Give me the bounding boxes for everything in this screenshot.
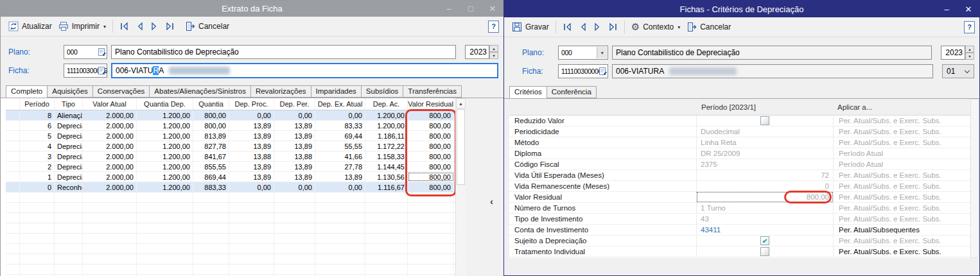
gravar-button[interactable]: Gravar [509,20,552,34]
form-row[interactable]: Tratamento Individual Per. Atual/Subs. e… [509,246,970,257]
titlebar-extrato[interactable]: Extrato da Ficha – □ ✕ [1,1,503,17]
period-value-cell[interactable]: 2375 [697,159,833,169]
tab[interactable]: Revalorizações [250,85,311,98]
table-row[interactable] [6,244,455,254]
period-value-cell[interactable]: 72 [697,170,833,180]
header-periodo[interactable]: Período [2023/1] [697,103,833,111]
nav-last-button[interactable] [605,21,621,33]
row-selector[interactable] [6,223,20,233]
tab[interactable]: Critérios [509,86,547,99]
minimize-icon[interactable]: – [438,1,460,17]
col-valor-atual[interactable]: Valor Atual [83,98,137,110]
tab[interactable]: Subsídios [361,85,404,98]
chevron-down-icon[interactable]: ▾ [678,24,680,30]
row-selector[interactable] [6,121,20,130]
row-selector[interactable] [6,131,20,141]
table-row[interactable] [6,234,455,244]
form-row[interactable]: Número de Turnos 1 Turno Per. Atual/Subs… [509,203,970,214]
form-row[interactable]: Sujeito a Depreciação Per. Atual/Subs. e… [509,236,970,246]
imprimir-button[interactable]: Imprimir ▾ [55,19,109,33]
period-value-cell[interactable] [697,116,833,126]
col-dep-proc[interactable]: Dep. Proc. [229,98,274,110]
col-tipo[interactable]: Tipo [55,98,83,110]
collapse-panel-arrow[interactable]: ‹ [490,196,493,207]
table-row[interactable]: 8 Alienaçã 2.000,00 1.200,00 800,00 0,00… [6,110,455,121]
tab[interactable]: Imparidades [311,85,362,98]
row-selector[interactable] [6,193,20,202]
scroll-up-icon[interactable]: ▲ [456,98,466,108]
tab[interactable]: Abates/Alienações/Sinistros [149,85,251,98]
table-row[interactable] [6,254,455,264]
table-row[interactable]: 6 Deprecia 2.000,00 1.200,00 800,00 13,8… [6,121,455,131]
row-selector[interactable] [6,203,20,212]
ficha-description-input[interactable]: 006-VIATURA [111,63,498,78]
tab[interactable]: Conferência [547,86,597,98]
chevron-down-icon[interactable]: ▾ [103,24,106,30]
year-input[interactable]: 2023 [465,45,489,59]
atualizar-button[interactable]: Atualizar [5,19,55,33]
nav-first-button[interactable] [559,21,575,33]
form-row[interactable]: Código Fiscal 2375 Período Atual [509,159,970,170]
spinner-up-icon[interactable]: ▲ [965,46,974,53]
close-icon[interactable]: ✕ [482,1,503,17]
spinner-up-icon[interactable]: ▲ [489,45,498,52]
table-row[interactable] [6,264,455,275]
period-value-cell[interactable]: Linha Reta [697,137,833,148]
form-row[interactable]: Conta de Investimento 43411 Per. Atual/S… [509,225,970,236]
row-selector[interactable] [6,182,20,192]
vertical-scrollbar[interactable] [970,99,979,258]
col-valor-residual[interactable]: Valor Residual [408,98,454,110]
table-row[interactable]: 5 Deprecia 2.000,00 1.200,00 813,89 13,8… [6,131,455,141]
ficha-code-input[interactable]: 111100300006 [558,64,608,78]
year-input[interactable]: 2023 [941,46,965,60]
lookup-icon[interactable] [98,47,106,56]
table-row[interactable]: 4 Deprecia 2.000,00 1.200,00 827,78 13,8… [6,141,455,151]
nav-last-button[interactable] [162,20,178,33]
nav-first-button[interactable] [116,20,132,33]
period-combo[interactable]: 01 [942,64,974,78]
form-row[interactable]: Método Linha Reta Per. Atual/Subs. e Exe… [509,137,970,148]
form-row[interactable]: Reduzido Valor Per. Atual/Subs. e Exerc.… [509,116,970,126]
row-selector[interactable] [6,162,20,171]
period-value-cell[interactable]: 1 Turno [697,203,833,213]
table-row[interactable] [6,203,455,213]
period-value-cell[interactable]: 43 [697,214,833,224]
row-selector[interactable] [6,110,20,120]
col-quantia-dep[interactable]: Quantia Dep. [137,98,193,110]
col-dep-ex-atual[interactable]: Dep. Ex. Atual [315,98,365,110]
form-row[interactable]: Vida Útil Esperada (Meses) 72 Per. Atual… [509,170,970,181]
form-row[interactable]: Diploma DR 25/2009 Período Atual [509,148,970,159]
col-dep-ac[interactable]: Dep. Ac. [365,98,408,110]
ficha-code-input[interactable]: 111100300006 [64,64,107,78]
nav-next-button[interactable] [147,20,162,33]
scrollbar-thumb[interactable] [457,109,465,185]
close-icon[interactable]: ✕ [958,1,979,17]
nav-prev-button[interactable] [132,20,147,33]
help-button[interactable]: ? [488,21,499,33]
tab[interactable]: Aquisições [47,85,93,98]
form-row[interactable]: Valor Residual 800,00 Per. Atual/Subs. e… [509,192,970,203]
maximize-icon[interactable]: □ [460,1,482,17]
period-value-cell[interactable]: 43411 [697,225,833,235]
form-row[interactable]: Periodicidade Duodecimal Per. Atual/Subs… [509,126,970,137]
row-selector[interactable] [6,234,20,243]
col-quantia[interactable]: Quantia [193,98,229,110]
plano-code-input[interactable]: 000 [64,45,107,59]
vertical-scrollbar[interactable]: ▲ [455,98,466,276]
col-dep-per[interactable]: Dep. Per. [274,98,315,110]
table-row[interactable] [6,223,455,234]
contexto-button[interactable]: ⚙ Contexto ▾ [628,21,684,33]
period-value-cell[interactable]: Duodecimal [697,126,833,137]
tab[interactable]: Completo [6,85,48,98]
help-button[interactable]: ? [964,21,975,33]
form-row[interactable]: Vida Remanescente (Meses) 0 Per. Atual/S… [509,181,970,192]
table-row[interactable]: 1 Deprecia 2.000,00 1.200,00 869,44 13,8… [6,172,455,182]
table-row[interactable]: 2 Deprecia 2.000,00 1.200,00 855,55 13,8… [6,162,455,172]
chevron-down-icon[interactable]: ▼ [597,47,607,58]
tab[interactable]: Transferências [403,85,462,98]
col-periodo[interactable]: Período [20,98,55,110]
table-row[interactable] [6,193,455,203]
minimize-icon[interactable]: – [936,1,958,17]
tab[interactable]: Conservações [92,85,150,98]
table-row[interactable] [6,213,455,223]
